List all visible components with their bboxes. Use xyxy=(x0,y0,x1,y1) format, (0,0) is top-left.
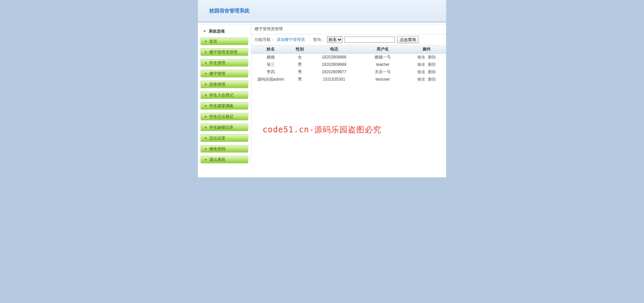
sidebar-item-1[interactable]: 楼宇管理员管理 xyxy=(201,48,248,56)
cell-phone: 18202809988 xyxy=(310,61,358,68)
sidebar-item-label: 楼宇管理 xyxy=(209,71,225,77)
triangle-right-icon xyxy=(205,62,207,64)
edit-link[interactable]: 修改 xyxy=(417,62,425,67)
delete-link[interactable]: 删除 xyxy=(428,70,436,74)
triangle-right-icon xyxy=(205,40,207,42)
table-body: 嫦娥女18202808866嫦娥一号修改 删除张三男18202809988tea… xyxy=(251,53,446,83)
app-title: 校园宿舍管理系统 xyxy=(209,8,250,14)
cell-gender: 男 xyxy=(290,76,310,83)
sidebar-item-9[interactable]: 迁出记录 xyxy=(201,134,248,142)
sidebar-title[interactable]: 系统选项 xyxy=(201,27,248,36)
sidebar: 系统选项 首页楼宇管理员管理学生管理楼宇管理宿舍管理学生入住登记学生寝室调换学生… xyxy=(198,24,251,168)
cell-ops: 修改 删除 xyxy=(407,68,446,76)
content-title: 楼宇管理员管理 xyxy=(251,24,446,34)
body: 系统选项 首页楼宇管理员管理学生管理楼宇管理宿舍管理学生入住登记学生寝室调换学生… xyxy=(198,24,446,168)
header: 校园宿舍管理系统 xyxy=(198,0,446,22)
edit-link[interactable]: 修改 xyxy=(417,55,425,59)
cell-ops: 修改 删除 xyxy=(407,76,446,83)
sidebar-item-label: 学生寝室调换 xyxy=(209,103,233,109)
sidebar-item-label: 宿舍管理 xyxy=(209,82,225,87)
table-row: 源码乐园admin男1531535301testuser修改 删除 xyxy=(251,76,446,83)
query-label: 查询： xyxy=(313,37,325,43)
table-row: 张三男18202809988teacher修改 删除 xyxy=(251,61,446,68)
triangle-right-icon xyxy=(205,51,207,53)
triangle-right-icon xyxy=(205,83,207,85)
sidebar-item-7[interactable]: 学生迁出登记 xyxy=(201,113,248,120)
triangle-right-icon xyxy=(205,126,207,128)
sidebar-item-11[interactable]: 退出系统 xyxy=(201,156,248,163)
sidebar-item-label: 退出系统 xyxy=(209,157,225,163)
triangle-right-icon xyxy=(205,73,207,75)
col-ops: 操作 xyxy=(407,45,446,53)
cell-ops: 修改 删除 xyxy=(407,61,446,68)
cell-gender: 男 xyxy=(290,68,310,76)
cell-name: 李四 xyxy=(251,68,290,76)
sidebar-item-label: 学生迁出登记 xyxy=(209,114,233,120)
add-manager-link[interactable]: 添加楼宇管理员 xyxy=(277,37,305,43)
table-header-row: 姓名 性别 电话 用户名 操作 xyxy=(251,45,446,53)
cell-name: 嫦娥 xyxy=(251,53,290,61)
footer-space xyxy=(198,168,446,177)
sidebar-item-label: 迁出记录 xyxy=(209,135,225,141)
sidebar-item-label: 学生缺寝记录 xyxy=(209,125,233,130)
edit-link[interactable]: 修改 xyxy=(417,77,425,82)
triangle-right-icon xyxy=(205,148,207,150)
app-container: 校园宿舍管理系统 系统选项 首页楼宇管理员管理学生管理楼宇管理宿舍管理学生入住登… xyxy=(198,0,446,177)
sidebar-items: 首页楼宇管理员管理学生管理楼宇管理宿舍管理学生入住登记学生寝室调换学生迁出登记学… xyxy=(198,38,251,163)
search-input[interactable] xyxy=(344,37,395,43)
triangle-right-icon xyxy=(205,116,207,118)
sidebar-item-8[interactable]: 学生缺寝记录 xyxy=(201,124,248,131)
cell-ops: 修改 删除 xyxy=(407,53,446,61)
cell-phone: 18202808866 xyxy=(310,53,358,61)
cell-phone: 1531535301 xyxy=(310,76,358,83)
cell-user: 嫦娥一号 xyxy=(359,53,407,61)
triangle-right-icon xyxy=(205,94,207,96)
sidebar-item-label: 修改密码 xyxy=(209,146,225,152)
edit-link[interactable]: 修改 xyxy=(417,70,425,74)
search-field-select[interactable]: 姓名 xyxy=(327,36,342,43)
sidebar-item-5[interactable]: 学生入住登记 xyxy=(201,91,248,99)
col-phone: 电话 xyxy=(310,45,358,53)
sidebar-item-label: 学生入住登记 xyxy=(209,92,233,98)
cell-name: 张三 xyxy=(251,61,290,68)
chevron-down-icon xyxy=(203,31,206,32)
sidebar-item-4[interactable]: 宿舍管理 xyxy=(201,81,248,88)
table-row: 李四男18202809977天宫一号修改 删除 xyxy=(251,68,446,76)
content: 楼宇管理员管理 功能导航： 添加楼宇管理员 查询： 姓名 点击查询 姓名 性别 … xyxy=(251,24,446,168)
sidebar-item-6[interactable]: 学生寝室调换 xyxy=(201,102,248,110)
data-table: 姓名 性别 电话 用户名 操作 嫦娥女18202808866嫦娥一号修改 删除张… xyxy=(251,45,446,83)
sidebar-title-label: 系统选项 xyxy=(209,29,225,34)
cell-gender: 男 xyxy=(290,61,310,68)
cell-user: testuser xyxy=(359,76,407,83)
search-button[interactable]: 点击查询 xyxy=(397,36,419,43)
cell-gender: 女 xyxy=(290,53,310,61)
sidebar-item-label: 楼宇管理员管理 xyxy=(209,49,237,55)
delete-link[interactable]: 删除 xyxy=(428,55,436,59)
cell-phone: 18202809977 xyxy=(310,68,358,76)
cell-name: 源码乐园admin xyxy=(251,76,290,83)
sidebar-item-label: 学生管理 xyxy=(209,60,225,66)
sidebar-item-label: 首页 xyxy=(209,39,217,44)
col-name: 姓名 xyxy=(251,45,290,53)
col-user: 用户名 xyxy=(359,45,407,53)
sidebar-item-3[interactable]: 楼宇管理 xyxy=(201,70,248,77)
sidebar-item-10[interactable]: 修改密码 xyxy=(201,145,248,153)
toolbar: 功能导航： 添加楼宇管理员 查询： 姓名 点击查询 xyxy=(251,34,446,45)
delete-link[interactable]: 删除 xyxy=(428,77,436,82)
triangle-right-icon xyxy=(205,137,207,139)
triangle-right-icon xyxy=(205,105,207,107)
triangle-right-icon xyxy=(205,159,207,161)
table-row: 嫦娥女18202808866嫦娥一号修改 删除 xyxy=(251,53,446,61)
col-gender: 性别 xyxy=(290,45,310,53)
sidebar-item-0[interactable]: 首页 xyxy=(201,38,248,45)
nav-label: 功能导航： xyxy=(255,37,275,43)
cell-user: 天宫一号 xyxy=(359,68,407,76)
delete-link[interactable]: 删除 xyxy=(428,62,436,67)
cell-user: teacher xyxy=(359,61,407,68)
sidebar-item-2[interactable]: 学生管理 xyxy=(201,59,248,67)
